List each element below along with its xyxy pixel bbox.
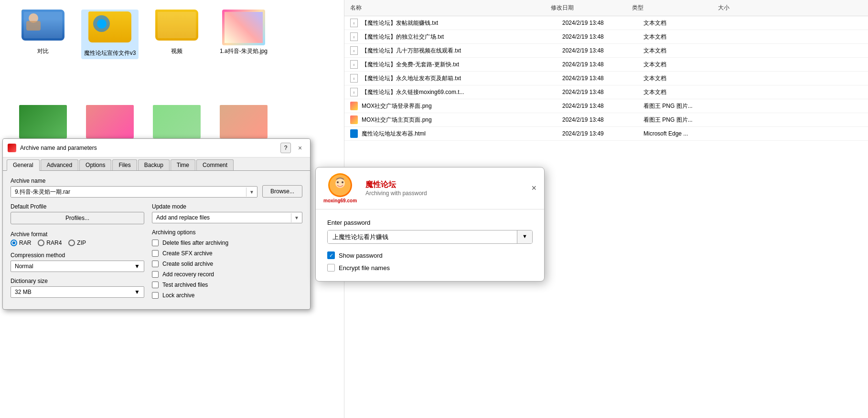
file-date: 2024/2/19 13:48 [562, 61, 643, 68]
png-icon [350, 102, 358, 110]
table-row[interactable]: ≡ 【魔性论坛】永久链接moxing69.com.t... 2024/2/19 … [344, 85, 868, 99]
file-name: MOX社交广场登录界面.png [362, 102, 562, 110]
tab-comment[interactable]: Comment [196, 159, 234, 170]
table-row[interactable]: ≡ 【魔性论坛】的独立社交广场.txt 2024/2/19 13:48 文本文档 [344, 30, 868, 44]
tab-general[interactable]: General [7, 159, 40, 171]
table-row[interactable]: MOX社交广场主页页面.png 2024/2/19 13:48 看图王 PNG … [344, 113, 868, 127]
file-date: 2024/2/19 13:48 [562, 47, 643, 54]
file-date: 2024/2/19 13:49 [562, 130, 643, 137]
update-mode-select[interactable]: Add and replace files ▼ [152, 212, 302, 223]
checkbox-recovery[interactable]: Add recovery record [152, 271, 302, 278]
tab-options[interactable]: Options [79, 159, 111, 170]
icon-label-duibi: 对比 [37, 47, 49, 55]
winrar-icon [8, 144, 16, 152]
folder-icon-moxing[interactable]: 魔性论坛宣传文件v3 [81, 10, 139, 59]
checkbox-sfx-box [152, 250, 159, 257]
radio-rar[interactable]: RAR [11, 240, 31, 246]
col-header-size[interactable]: 大小 [718, 4, 756, 12]
thumb-4[interactable] [215, 105, 272, 138]
tab-time[interactable]: Time [171, 159, 195, 170]
table-row[interactable]: ≡ 【魔性论坛】发帖就能赚钱.txt 2024/2/19 13:48 文本文档 [344, 16, 868, 30]
show-password-row[interactable]: ✓ Show password [327, 251, 533, 259]
file-name: 【魔性论坛】永久地址发布页及邮箱.txt [362, 74, 562, 83]
thumb-2[interactable] [81, 105, 139, 138]
archive-name-input[interactable] [11, 187, 246, 197]
checkbox-test[interactable]: Test archived files [152, 282, 302, 288]
update-mode-label: Update mode [152, 203, 302, 210]
show-password-checkbox[interactable]: ✓ [327, 251, 335, 259]
txt-icon: ≡ [350, 60, 358, 69]
compression-label: Compression method [11, 252, 144, 259]
browse-button[interactable]: Browse... [262, 185, 302, 198]
icon-label-video: 视频 [171, 47, 182, 55]
close-button[interactable]: × [295, 143, 305, 153]
table-row[interactable]: MOX社交广场登录界面.png 2024/2/19 13:48 看图王 PNG … [344, 99, 868, 113]
password-close-button[interactable]: × [531, 183, 536, 193]
txt-icon: ≡ [350, 32, 358, 41]
icon-label-moxing: 魔性论坛宣传文件v3 [84, 49, 136, 57]
file-name: 【魔性论坛】永久链接moxing69.com.t... [362, 88, 562, 96]
file-type: 文本文档 [643, 74, 729, 83]
tab-files[interactable]: Files [112, 159, 137, 170]
radio-dot-zip [68, 240, 75, 246]
checkbox-test-box [152, 282, 159, 288]
table-row[interactable]: ≡ 【魔性论坛】几十万部视频在线观看.txt 2024/2/19 13:48 文… [344, 44, 868, 58]
folder-icon-duibi[interactable]: 对比 [14, 10, 72, 59]
tab-backup[interactable]: Backup [138, 159, 170, 170]
file-name: 【魔性论坛】全免费-无套路-更新快.txt [362, 61, 562, 69]
archive-format-label: Archive format [11, 231, 144, 238]
file-name: 【魔性论坛】的独立社交广场.txt [362, 33, 562, 41]
checkbox-solid-box [152, 261, 159, 267]
file-type: 文本文档 [643, 19, 729, 27]
checkbox-delete-files[interactable]: Delete files after archiving [152, 240, 302, 246]
encrypt-names-row[interactable]: Encrypt file names [327, 264, 533, 272]
checkbox-recovery-label: Add recovery record [162, 271, 214, 278]
checkbox-solid[interactable]: Create solid archive [152, 261, 302, 267]
dictionary-select[interactable]: 32 MB ▼ [11, 286, 144, 298]
folder-icon-video[interactable]: 视频 [148, 10, 205, 59]
radio-zip[interactable]: ZIP [68, 240, 86, 246]
profiles-button[interactable]: Profiles... [11, 212, 144, 224]
update-mode-arrow[interactable]: ▼ [291, 213, 302, 222]
encrypt-names-checkbox[interactable] [327, 264, 335, 272]
radio-rar4[interactable]: RAR4 [38, 240, 62, 246]
thumb-1[interactable] [14, 105, 72, 138]
txt-icon: ≡ [350, 88, 358, 96]
file-date: 2024/2/19 13:48 [562, 20, 643, 26]
col-header-date[interactable]: 修改日期 [551, 4, 632, 12]
table-row[interactable]: ≡ 【魔性论坛】全免费-无套路-更新快.txt 2024/2/19 13:48 … [344, 58, 868, 72]
brand-name: 魔性论坛 [365, 180, 526, 190]
checkbox-sfx[interactable]: Create SFX archive [152, 250, 302, 257]
thumb-3[interactable] [148, 105, 205, 138]
help-button[interactable]: ? [280, 143, 291, 153]
tab-advanced[interactable]: Advanced [41, 159, 78, 170]
archive-dialog: Archive name and parameters ? × General … [2, 138, 311, 310]
compression-arrow: ▼ [134, 263, 140, 270]
compression-value: Normal [15, 263, 33, 270]
checkbox-lock[interactable]: Lock archive [152, 292, 302, 299]
password-input[interactable] [328, 230, 517, 243]
table-row[interactable]: ≡ 【魔性论坛】永久地址发布页及邮箱.txt 2024/2/19 13:48 文… [344, 72, 868, 85]
brand-logo [328, 173, 352, 197]
radio-dot-rar [11, 240, 17, 246]
brand-url: moxing69.com [323, 198, 357, 203]
checkbox-sfx-label: Create SFX archive [162, 250, 213, 257]
col-header-type[interactable]: 类型 [632, 4, 718, 12]
encrypt-names-label: Encrypt file names [339, 264, 390, 272]
archive-name-dropdown-arrow[interactable]: ▼ [246, 188, 257, 197]
archive-name-input-wrapper[interactable]: ▼ [11, 186, 257, 198]
icon-label-jpg: 1.a抖音-朱灵焰.jpg [220, 47, 268, 55]
table-row[interactable]: 魔性论坛地址发布器.html 2024/2/19 13:49 Microsoft… [344, 127, 868, 141]
dialog-title: Archive name and parameters [20, 145, 277, 151]
right-column: Update mode Add and replace files ▼ Arch… [152, 203, 302, 303]
radio-dot-rar4 [38, 240, 44, 246]
password-input-row[interactable]: ▼ [327, 230, 533, 244]
file-type: 看图王 PNG 图片... [643, 102, 729, 110]
file-icon-jpg[interactable]: 1.a抖音-朱灵焰.jpg [215, 10, 272, 59]
file-type: 文本文档 [643, 47, 729, 55]
col-header-name[interactable]: 名称 [350, 4, 551, 12]
password-dropdown-arrow[interactable]: ▼ [517, 230, 532, 243]
compression-select[interactable]: Normal ▼ [11, 261, 144, 272]
password-dialog-title: Archiving with password [365, 190, 526, 197]
archiving-options-label: Archiving options [152, 229, 302, 236]
